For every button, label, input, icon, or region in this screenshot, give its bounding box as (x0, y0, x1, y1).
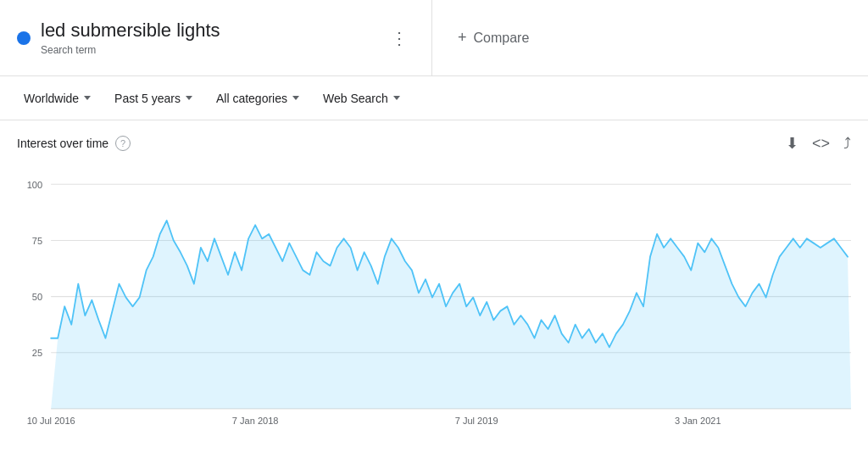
download-icon[interactable]: ⬇ (786, 134, 798, 153)
category-label: All categories (216, 92, 287, 105)
category-filter[interactable]: All categories (206, 87, 309, 110)
search-term-text: led submersible lights Search term (41, 20, 374, 55)
time-filter[interactable]: Past 5 years (104, 87, 203, 110)
region-label: Worldwide (24, 92, 79, 105)
category-chevron-icon (292, 96, 299, 100)
search-term-title: led submersible lights (41, 20, 374, 42)
y-label-25: 25 (32, 348, 42, 358)
chart-container: 100 75 50 25 10 Jul 2016 7 Jan 2018 7 Ju… (17, 166, 851, 438)
region-filter[interactable]: Worldwide (14, 87, 101, 110)
trend-chart: 100 75 50 25 10 Jul 2016 7 Jan 2018 7 Ju… (17, 166, 851, 438)
search-type-chevron-icon (393, 96, 400, 100)
x-label-2021: 3 Jan 2021 (675, 416, 721, 426)
chart-title: Interest over time (17, 137, 108, 150)
more-options-icon[interactable]: ⋮ (384, 21, 415, 55)
search-type-label: Web Search (323, 92, 388, 105)
header-bar: led submersible lights Search term ⋮ + C… (0, 0, 868, 76)
x-label-2016: 10 Jul 2016 (27, 416, 75, 426)
y-label-100: 100 (27, 179, 42, 189)
search-term-color-dot (17, 31, 31, 45)
search-term-section: led submersible lights Search term ⋮ (0, 0, 432, 75)
chart-header: Interest over time ? ⬇ <> ⤴ (17, 134, 851, 153)
chart-title-area: Interest over time ? (17, 136, 131, 151)
search-type-filter[interactable]: Web Search (313, 87, 410, 110)
time-chevron-icon (186, 96, 192, 100)
search-term-subtitle: Search term (41, 44, 374, 56)
compare-section[interactable]: + Compare (432, 0, 554, 75)
y-label-50: 50 (32, 292, 42, 302)
trend-area (51, 221, 851, 409)
time-label: Past 5 years (114, 92, 181, 105)
region-chevron-icon (84, 96, 91, 100)
chart-actions: ⬇ <> ⤴ (786, 134, 851, 153)
x-label-2018: 7 Jan 2018 (232, 416, 279, 426)
share-icon[interactable]: ⤴ (843, 135, 851, 153)
filter-bar: Worldwide Past 5 years All categories We… (0, 76, 868, 120)
compare-label: Compare (474, 31, 530, 46)
y-label-75: 75 (32, 235, 42, 245)
compare-plus-icon: + (458, 29, 467, 47)
help-icon[interactable]: ? (115, 136, 131, 151)
chart-section: Interest over time ? ⬇ <> ⤴ 100 75 50 25 (0, 120, 868, 446)
embed-icon[interactable]: <> (812, 135, 830, 153)
x-label-2019: 7 Jul 2019 (455, 416, 498, 426)
